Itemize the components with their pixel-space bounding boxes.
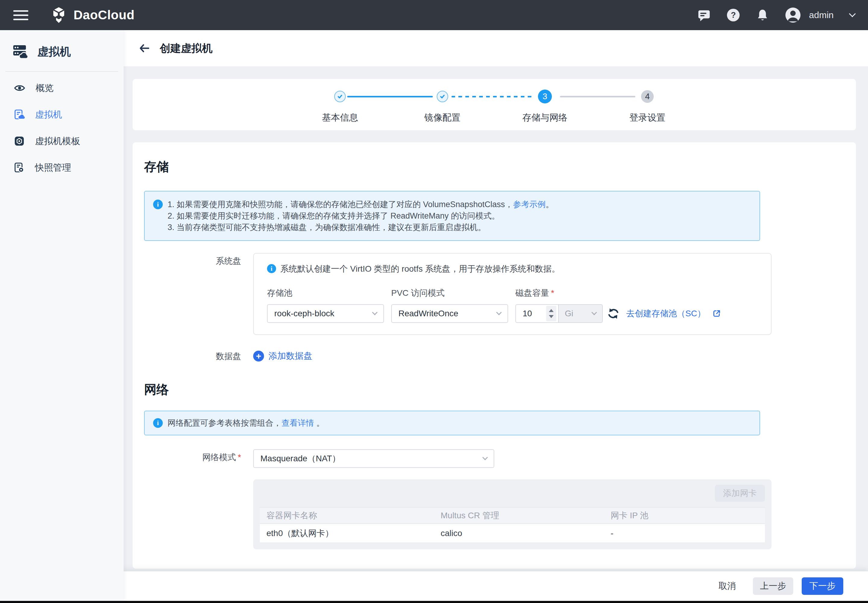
brand-name: DaoCloud xyxy=(74,8,134,22)
messages-icon[interactable] xyxy=(697,8,710,22)
chevron-down-icon xyxy=(592,310,597,315)
number-stepper[interactable] xyxy=(546,306,556,322)
system-disk-label: 系统盘 xyxy=(144,253,241,335)
required-marker: * xyxy=(238,453,241,462)
pvc-access-mode-label: PVC 访问模式 xyxy=(391,287,508,299)
wizard-steps: 3 4 基本信息 镜像配置 存储与网络 登录设置 xyxy=(133,79,856,130)
step-connector-dashed xyxy=(451,96,535,97)
sidebar-item-virtual-machines[interactable]: 虚拟机 xyxy=(0,101,124,128)
view-details-link[interactable]: 查看详情 xyxy=(281,419,314,428)
cell-multus-cr: calico xyxy=(434,524,604,543)
username[interactable]: admin xyxy=(809,10,834,20)
check-icon xyxy=(337,93,343,100)
sidebar-item-vm-templates[interactable]: 虚拟机模板 xyxy=(0,128,124,155)
sidebar-module-title: 虚拟机 xyxy=(37,44,71,59)
stepper-down-icon[interactable] xyxy=(549,315,554,318)
stepper-up-icon[interactable] xyxy=(549,309,554,312)
cell-nic-name: eth0（默认网卡） xyxy=(260,524,434,543)
sidebar-item-snapshots[interactable]: 快照管理 xyxy=(0,155,124,181)
wizard-footer: 取消 上一步 下一步 xyxy=(124,571,868,601)
vm-doc-cloud-icon xyxy=(14,109,25,120)
storage-pool-label: 存储池 xyxy=(267,287,384,299)
sidebar-item-label: 虚拟机 xyxy=(35,108,62,121)
page-title: 创建虚拟机 xyxy=(160,41,213,56)
step-3-circle-current: 3 xyxy=(538,90,552,104)
col-nic-name: 容器网卡名称 xyxy=(260,508,434,523)
pvc-access-mode-select[interactable]: ReadWriteOnce xyxy=(391,304,508,323)
step-3-label: 存储与网络 xyxy=(509,111,581,124)
check-icon xyxy=(439,93,446,100)
step-4-circle-upcoming: 4 xyxy=(641,90,654,103)
col-multus-cr: Multus CR 管理 xyxy=(434,508,604,523)
required-marker: * xyxy=(551,288,554,298)
network-heading: 网络 xyxy=(144,381,760,398)
storage-notice-line3: 3. 当前存储类型可能不支持热增减磁盘，为确保数据准确性，建议在更新后重启虚拟机… xyxy=(168,222,554,233)
nic-table: 容器网卡名称 Multus CR 管理 网卡 IP 池 eth0（默认网卡） c… xyxy=(260,507,765,543)
network-mode-label: 网络模式* xyxy=(144,449,241,549)
capacity-unit-select-disabled: Gi xyxy=(558,304,603,323)
storage-notice-line1: 1. 如果需要使用克隆和快照功能，请确保您的存储池已经创建了对应的 Volume… xyxy=(168,199,554,210)
system-disk-note: i 系统默认创建一个 VirtIO 类型的 rootfs 系统盘，用于存放操作系… xyxy=(267,264,759,274)
daocloud-logo-icon xyxy=(50,6,68,24)
step-number: 3 xyxy=(542,92,547,101)
cell-ip-pool: - xyxy=(604,524,765,543)
network-notice-line: 网络配置可参考表格按需组合，查看详情 。 xyxy=(168,417,324,429)
brand-logo: DaoCloud xyxy=(50,6,134,24)
step-2-circle-done xyxy=(437,91,448,102)
snapshot-doc-camera-icon xyxy=(14,162,25,173)
info-icon: i xyxy=(267,264,276,273)
add-data-disk-button[interactable]: + 添加数据盘 xyxy=(253,349,760,362)
network-notice: i 网络配置可参考表格按需组合，查看详情 。 xyxy=(144,411,760,435)
notifications-bell-icon[interactable] xyxy=(756,8,769,22)
disk-capacity-label: 磁盘容量* xyxy=(515,287,603,299)
page-titlebar: 创建虚拟机 xyxy=(124,30,868,66)
help-icon[interactable]: ? xyxy=(727,9,740,22)
sidebar-divider xyxy=(5,71,118,72)
storage-pool-select[interactable]: rook-ceph-block xyxy=(267,304,384,323)
create-storage-class-link[interactable]: 去创建存储池（SC） xyxy=(626,308,706,319)
system-disk-panel: i 系统默认创建一个 VirtIO 类型的 rootfs 系统盘，用于存放操作系… xyxy=(253,253,772,335)
add-nic-button[interactable]: 添加网卡 xyxy=(715,485,765,502)
external-link-icon[interactable] xyxy=(712,309,721,318)
step-connector-gray xyxy=(560,96,635,97)
sidebar-item-label: 概览 xyxy=(36,82,54,94)
user-avatar[interactable] xyxy=(785,8,800,23)
previous-step-button[interactable]: 上一步 xyxy=(753,577,793,595)
cancel-button[interactable]: 取消 xyxy=(718,580,736,592)
sidebar-item-overview[interactable]: 概览 xyxy=(0,75,124,101)
step-connector-solid xyxy=(347,96,433,97)
template-box-icon xyxy=(14,136,25,147)
sidebar-item-label: 快照管理 xyxy=(35,162,71,174)
refresh-icon[interactable] xyxy=(607,307,620,320)
info-icon: i xyxy=(153,418,163,428)
hamburger-menu-icon[interactable] xyxy=(13,8,28,23)
nic-table-row: eth0（默认网卡） calico - xyxy=(260,524,765,543)
step-1-circle-done xyxy=(334,91,346,102)
chevron-down-icon xyxy=(496,310,502,315)
reference-example-link[interactable]: 参考示例 xyxy=(513,200,545,209)
user-menu-chevron-down-icon[interactable] xyxy=(849,10,856,17)
chevron-down-icon xyxy=(482,455,488,460)
sidebar-item-label: 虚拟机模板 xyxy=(35,135,80,147)
storage-heading: 存储 xyxy=(144,159,760,175)
sidebar-module-header: 虚拟机 xyxy=(0,30,124,60)
virtual-machine-module-icon xyxy=(12,43,29,60)
back-arrow-icon[interactable] xyxy=(139,44,150,53)
sidebar: 虚拟机 概览 虚拟机 xyxy=(0,30,124,601)
storage-pool-field: 存储池 rook-ceph-block xyxy=(267,287,384,323)
eye-icon xyxy=(14,84,25,92)
network-mode-select[interactable]: Masquerade（NAT） xyxy=(253,449,494,468)
info-icon: i xyxy=(153,199,163,209)
storage-notice-line2: 2. 如果需要使用实时迁移功能，请确保您的存储支持并选择了 ReadWriteM… xyxy=(168,210,554,222)
data-disk-label: 数据盘 xyxy=(144,349,241,362)
next-step-button[interactable]: 下一步 xyxy=(802,577,843,595)
step-4-label: 登录设置 xyxy=(611,111,684,124)
chevron-down-icon xyxy=(372,310,377,315)
top-header: DaoCloud ? admin xyxy=(0,0,868,30)
step-2-label: 镜像配置 xyxy=(406,111,479,124)
step-1-label: 基本信息 xyxy=(304,111,376,124)
nic-table-header: 容器网卡名称 Multus CR 管理 网卡 IP 池 xyxy=(260,507,765,524)
storage-network-form: 存储 i 1. 如果需要使用克隆和快照功能，请确保您的存储池已经创建了对应的 V… xyxy=(133,142,856,569)
window-bottom-edge xyxy=(0,601,868,603)
plus-icon: + xyxy=(253,351,264,362)
